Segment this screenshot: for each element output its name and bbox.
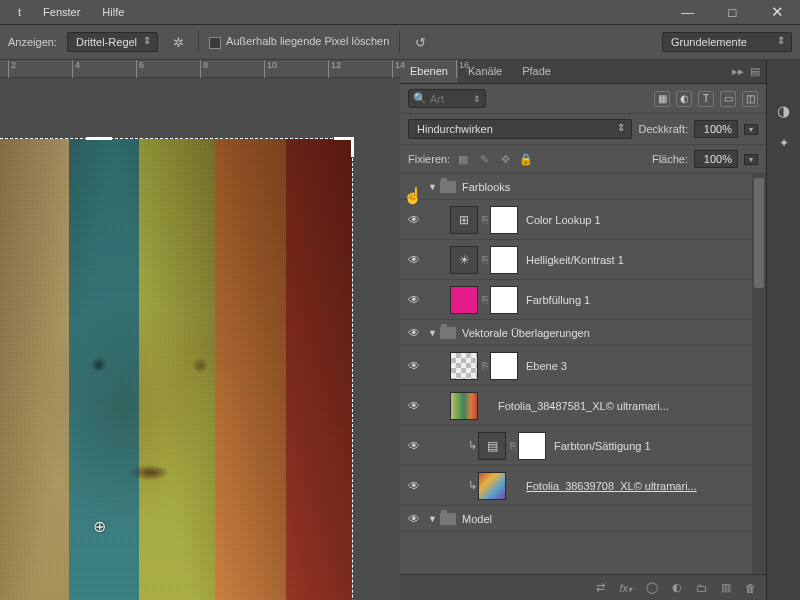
disclosure-icon[interactable]: ▼ xyxy=(428,328,440,338)
visibility-toggle[interactable]: 👁 xyxy=(400,253,428,267)
tab-layers[interactable]: Ebenen xyxy=(400,60,458,83)
filter-smart-icon[interactable]: ◫ xyxy=(742,91,758,107)
folder-icon xyxy=(440,327,456,339)
panel-menu-icon[interactable]: ▤ xyxy=(750,65,760,78)
ruler-horizontal: 2 4 6 8 10 12 14 16 xyxy=(0,60,400,78)
new-adjustment-icon[interactable]: ◐ xyxy=(672,581,682,594)
reset-icon[interactable]: ↺ xyxy=(410,32,430,52)
scrollbar[interactable] xyxy=(752,174,766,574)
fill-stepper[interactable]: ▾ xyxy=(744,154,758,165)
tab-paths[interactable]: Pfade xyxy=(512,60,561,83)
layer-mask[interactable] xyxy=(490,206,518,234)
lock-all-icon[interactable]: 🔒 xyxy=(519,153,533,166)
maximize-button[interactable]: □ xyxy=(710,0,755,25)
filter-shape-icon[interactable]: ▭ xyxy=(720,91,736,107)
layer-thumb xyxy=(450,352,478,380)
group-name[interactable]: Farblooks xyxy=(462,181,510,193)
layer-mask[interactable] xyxy=(518,432,546,460)
layer-name[interactable]: Ebene 3 xyxy=(526,360,567,372)
close-button[interactable]: ✕ xyxy=(755,0,800,25)
opacity-label: Deckkraft: xyxy=(638,123,688,135)
group-name[interactable]: Vektorale Überlagerungen xyxy=(462,327,590,339)
layer-name[interactable]: Fotolia_38639708_XL© ultramari... xyxy=(526,480,697,492)
scrollbar-thumb[interactable] xyxy=(754,178,764,288)
link-layers-icon[interactable]: ⇄ xyxy=(596,581,605,594)
layer-row[interactable]: 👁 ☀ ⎘ Helligkeit/Kontrast 1 xyxy=(400,240,766,280)
settings-icon[interactable]: ✲ xyxy=(168,32,188,52)
clip-icon: ↳ xyxy=(468,439,478,452)
fill-value[interactable]: 100% xyxy=(694,150,738,168)
layer-group[interactable]: 👁 ▼ Vektorale Überlagerungen xyxy=(400,320,766,346)
new-group-icon[interactable]: 🗀 xyxy=(696,582,707,594)
visibility-toggle[interactable]: 👁 xyxy=(400,326,428,340)
layer-name[interactable]: Farbton/Sättigung 1 xyxy=(554,440,651,452)
visibility-toggle[interactable]: 👁 xyxy=(400,399,428,413)
layer-filter-input[interactable] xyxy=(430,93,470,105)
filter-type-icon[interactable]: T xyxy=(698,91,714,107)
disclosure-icon[interactable]: ▼ xyxy=(428,182,440,192)
visibility-toggle[interactable]: 👁 xyxy=(400,512,428,526)
lock-label: Fixieren: xyxy=(408,153,450,165)
panel-collapse-icon[interactable]: ▸▸ xyxy=(732,65,744,78)
crop-marquee[interactable]: ⊕ xyxy=(0,138,353,600)
filter-adjust-icon[interactable]: ◐ xyxy=(676,91,692,107)
folder-icon xyxy=(440,181,456,193)
dock-adjust-icon[interactable]: ◑ xyxy=(771,98,797,124)
link-icon[interactable]: ⎘ xyxy=(480,294,490,305)
filter-pixel-icon[interactable]: ▦ xyxy=(654,91,670,107)
visibility-toggle[interactable]: 👁 xyxy=(400,213,428,227)
fx-icon[interactable]: fx▾ xyxy=(619,582,632,594)
overlay-dropdown[interactable]: Drittel-Regel xyxy=(67,32,158,52)
opacity-value[interactable]: 100% xyxy=(694,120,738,138)
link-icon[interactable]: ⎘ xyxy=(480,254,490,265)
delete-cropped-checkbox[interactable]: Außerhalb liegende Pixel löschen xyxy=(209,35,389,48)
link-icon[interactable]: ⎘ xyxy=(508,440,518,451)
visibility-toggle[interactable]: 👁 xyxy=(400,439,428,453)
menu-item[interactable]: t xyxy=(8,2,31,22)
layer-row[interactable]: 👁 Fotolia_38487581_XL© ultramari... xyxy=(400,386,766,426)
crop-handle-tr[interactable] xyxy=(334,137,354,157)
dock-layers-icon[interactable] xyxy=(771,66,797,92)
minimize-button[interactable]: — xyxy=(665,0,710,25)
menu-item-window[interactable]: Fenster xyxy=(33,2,90,22)
blend-mode-dropdown[interactable]: Hindurchwirken xyxy=(408,119,632,139)
layer-thumb xyxy=(450,392,478,420)
crop-handle-top[interactable] xyxy=(86,137,112,140)
visibility-toggle[interactable]: 👁 xyxy=(400,479,428,493)
group-name[interactable]: Model xyxy=(462,513,492,525)
workspace-dropdown[interactable]: Grundelemente xyxy=(662,32,792,52)
opacity-stepper[interactable]: ▾ xyxy=(744,124,758,135)
dock-paths-icon[interactable]: ✦ xyxy=(771,130,797,156)
link-icon[interactable]: ⎘ xyxy=(480,214,490,225)
layer-group[interactable]: 👁 ▼ Model xyxy=(400,506,766,532)
search-icon: 🔍 xyxy=(413,92,427,105)
new-layer-icon[interactable]: ▥ xyxy=(721,581,731,594)
layer-row[interactable]: 👁 ⎘ Ebene 3 xyxy=(400,346,766,386)
visibility-toggle[interactable]: 👁 xyxy=(400,293,428,307)
menu-item-help[interactable]: Hilfe xyxy=(92,2,134,22)
layer-group[interactable]: ☝ ▼ Farblooks xyxy=(400,174,766,200)
layer-filter[interactable]: 🔍 ⇕ xyxy=(408,89,486,108)
layer-row[interactable]: 👁 ⊞ ⎘ Color Lookup 1 xyxy=(400,200,766,240)
layer-mask[interactable] xyxy=(490,286,518,314)
layer-row[interactable]: 👁 ↳ Fotolia_38639708_XL© ultramari... xyxy=(400,466,766,506)
add-mask-icon[interactable]: ◯ xyxy=(646,581,658,594)
delete-cropped-label: Außerhalb liegende Pixel löschen xyxy=(226,35,389,47)
layer-mask[interactable] xyxy=(490,246,518,274)
layer-name[interactable]: Farbfüllung 1 xyxy=(526,294,590,306)
layer-name[interactable]: Helligkeit/Kontrast 1 xyxy=(526,254,624,266)
canvas[interactable]: ⊕ xyxy=(0,78,400,600)
lock-move-icon[interactable]: ✥ xyxy=(498,153,512,166)
disclosure-icon[interactable]: ▼ xyxy=(428,514,440,524)
lock-paint-icon[interactable]: ✎ xyxy=(477,153,491,166)
layer-row[interactable]: 👁 ↳ ▤ ⎘ Farbton/Sättigung 1 xyxy=(400,426,766,466)
layer-row[interactable]: 👁 ⎘ Farbfüllung 1 xyxy=(400,280,766,320)
layer-mask[interactable] xyxy=(490,352,518,380)
link-icon[interactable]: ⎘ xyxy=(480,360,490,371)
crop-center-icon[interactable]: ⊕ xyxy=(93,517,106,536)
delete-layer-icon[interactable]: 🗑 xyxy=(745,582,756,594)
layer-name[interactable]: Color Lookup 1 xyxy=(526,214,601,226)
lock-transparent-icon[interactable]: ▩ xyxy=(456,153,470,166)
layer-name[interactable]: Fotolia_38487581_XL© ultramari... xyxy=(498,400,669,412)
visibility-toggle[interactable]: 👁 xyxy=(400,359,428,373)
